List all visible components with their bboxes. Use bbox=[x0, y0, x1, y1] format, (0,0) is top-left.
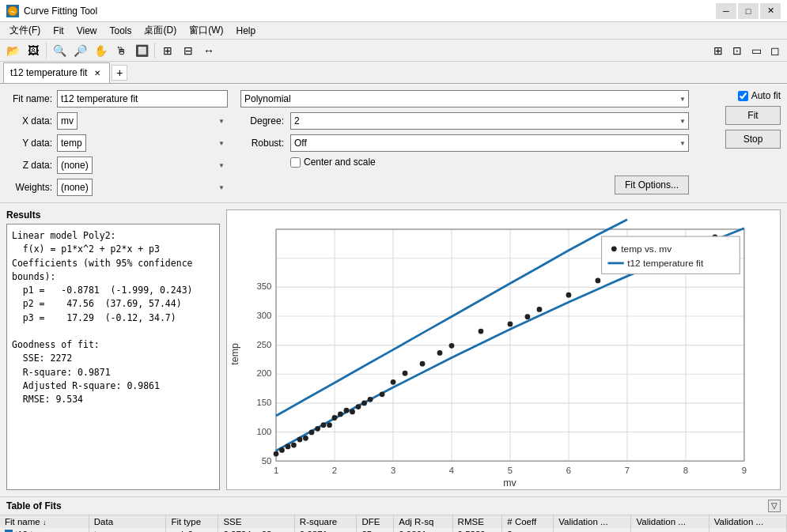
toolbar-zoom-out[interactable]: 🔎 bbox=[70, 41, 89, 60]
col-r-square[interactable]: R-square bbox=[294, 515, 357, 528]
autofit-row: Auto fit bbox=[738, 90, 781, 101]
col-n-coeff[interactable]: # Coeff bbox=[502, 515, 554, 528]
fit-button[interactable]: Fit bbox=[725, 106, 781, 125]
col-adj-r-sq[interactable]: Adj R-sq bbox=[394, 515, 452, 528]
data-point bbox=[309, 430, 315, 436]
z-data-select-wrapper: (none) bbox=[57, 157, 228, 174]
svg-text:6: 6 bbox=[566, 466, 571, 475]
col-validation-3[interactable]: Validation ... bbox=[709, 515, 786, 528]
menu-file[interactable]: 文件(F) bbox=[3, 22, 47, 39]
data-point bbox=[537, 307, 543, 312]
col-dfe[interactable]: DFE bbox=[357, 515, 394, 528]
center-scale-checkbox[interactable] bbox=[290, 157, 301, 168]
tab-close-button[interactable]: ✕ bbox=[92, 67, 103, 78]
toolbar-view3[interactable]: ▭ bbox=[747, 42, 765, 59]
robust-label: Robust: bbox=[240, 138, 284, 149]
degree-label: Degree: bbox=[240, 115, 284, 126]
menu-window[interactable]: 窗口(W) bbox=[183, 22, 229, 39]
autofit-checkbox[interactable] bbox=[738, 91, 748, 101]
z-data-select[interactable]: (none) bbox=[57, 157, 93, 174]
right-config: Auto fit Fit Stop bbox=[702, 90, 781, 196]
toolbar-sep1 bbox=[46, 43, 47, 58]
center-config: Polynomial Degree: 2 Robust: Off Center … bbox=[240, 90, 689, 196]
cell-r-square: 0.9871 bbox=[294, 528, 357, 533]
col-validation-2[interactable]: Validation ... bbox=[631, 515, 709, 528]
robust-select[interactable]: Off bbox=[290, 134, 689, 152]
data-point bbox=[274, 451, 279, 457]
toolbar-layout[interactable]: ↔ bbox=[199, 41, 218, 60]
menu-desktop[interactable]: 桌面(D) bbox=[138, 22, 183, 39]
top-panel: Fit name: X data: mv Y data: temp Z data… bbox=[0, 84, 787, 203]
results-line-6: p3 = 17.29 (-0.12, 34.7) bbox=[12, 311, 214, 325]
svg-text:300: 300 bbox=[257, 311, 272, 320]
toolbar-view1[interactable]: ⊞ bbox=[709, 42, 727, 59]
svg-text:temp: temp bbox=[229, 343, 240, 365]
toolbar-view4[interactable]: ◻ bbox=[766, 42, 784, 59]
close-button[interactable]: ✕ bbox=[760, 3, 781, 19]
table-collapse-button[interactable]: ▽ bbox=[768, 500, 781, 512]
toolbar-cursor[interactable]: 🖱 bbox=[112, 41, 131, 60]
add-tab-button[interactable]: + bbox=[112, 65, 127, 81]
data-point bbox=[508, 322, 513, 327]
minimize-button[interactable]: ─ bbox=[716, 3, 736, 19]
cell-validation-3 bbox=[709, 528, 786, 533]
y-data-select[interactable]: temp bbox=[57, 134, 86, 152]
y-data-select-wrapper: temp bbox=[57, 134, 228, 152]
toolbar-open[interactable]: 📂 bbox=[3, 41, 22, 60]
results-line-3: Coefficients (with 95% confidence bounds… bbox=[12, 257, 214, 285]
svg-text:8: 8 bbox=[683, 466, 688, 475]
fit-options-button[interactable]: Fit Options... bbox=[615, 175, 689, 194]
tab-t12[interactable]: t12 temperature fit ✕ bbox=[3, 62, 110, 83]
svg-text:t12 temperature fit: t12 temperature fit bbox=[627, 258, 704, 269]
toolbar: 📂 🖼 🔍 🔎 ✋ 🖱 🔲 ⊞ ⊟ ↔ ⊞ ⊡ ▭ ◻ bbox=[0, 40, 787, 62]
center-scale-label: Center and scale bbox=[304, 157, 376, 168]
robust-select-wrapper: Off bbox=[290, 134, 689, 152]
weights-select[interactable]: (none) bbox=[57, 179, 93, 196]
toolbar-view2[interactable]: ⊡ bbox=[728, 42, 746, 59]
data-point bbox=[332, 415, 338, 421]
model-type-select[interactable]: Polynomial bbox=[240, 90, 689, 108]
toolbar-grid[interactable]: ⊞ bbox=[158, 41, 177, 60]
toolbar-pan[interactable]: ✋ bbox=[91, 41, 110, 60]
robust-row: Robust: Off bbox=[240, 134, 689, 152]
svg-text:4: 4 bbox=[449, 466, 454, 475]
svg-text:250: 250 bbox=[257, 340, 272, 349]
svg-text:50: 50 bbox=[262, 456, 272, 466]
col-data[interactable]: Data bbox=[89, 515, 166, 528]
x-data-select[interactable]: mv bbox=[57, 112, 78, 130]
table-row[interactable]: t12 tempe... temp vs. mv poly2 2.2724e+0… bbox=[0, 528, 787, 533]
svg-text:~: ~ bbox=[10, 8, 14, 16]
data-point bbox=[361, 401, 367, 406]
menu-tools[interactable]: Tools bbox=[103, 24, 138, 38]
data-point bbox=[380, 391, 385, 397]
col-fit-type[interactable]: Fit type bbox=[166, 515, 218, 528]
data-point bbox=[279, 447, 285, 453]
toolbar-zoom-in[interactable]: 🔍 bbox=[50, 41, 69, 60]
degree-select[interactable]: 2 bbox=[290, 112, 689, 130]
results-line-11: RMSE: 9.534 bbox=[12, 393, 214, 406]
data-point bbox=[437, 350, 443, 356]
data-point bbox=[596, 278, 601, 284]
col-sse[interactable]: SSE bbox=[218, 515, 294, 528]
stop-button[interactable]: Stop bbox=[725, 130, 781, 149]
results-box: Linear model Poly2: f(x) = p1*x^2 + p2*x… bbox=[6, 224, 220, 490]
fit-name-input[interactable] bbox=[57, 90, 228, 108]
svg-text:150: 150 bbox=[257, 398, 272, 407]
col-fit-name[interactable]: Fit name ↓ bbox=[0, 515, 89, 528]
results-line-7: Goodness of fit: bbox=[12, 338, 214, 352]
maximize-button[interactable]: □ bbox=[738, 3, 759, 19]
toolbar-print[interactable]: 🖼 bbox=[24, 41, 43, 60]
svg-text:5: 5 bbox=[508, 466, 513, 475]
results-line-10: Adjusted R-square: 0.9861 bbox=[12, 379, 214, 393]
chart-area: 50 100 150 200 250 300 350 temp 1 2 3 4 … bbox=[226, 209, 781, 490]
toolbar-panel[interactable]: ⊟ bbox=[179, 41, 198, 60]
menu-fit[interactable]: Fit bbox=[47, 24, 70, 38]
data-point bbox=[391, 379, 396, 385]
menu-bar: 文件(F) Fit View Tools 桌面(D) 窗口(W) Help bbox=[0, 22, 787, 40]
x-data-select-wrapper: mv bbox=[57, 112, 228, 130]
col-validation-1[interactable]: Validation ... bbox=[554, 515, 631, 528]
col-rmse[interactable]: RMSE bbox=[452, 515, 502, 528]
menu-view[interactable]: View bbox=[70, 24, 104, 38]
menu-help[interactable]: Help bbox=[229, 24, 262, 38]
toolbar-select[interactable]: 🔲 bbox=[132, 41, 151, 60]
